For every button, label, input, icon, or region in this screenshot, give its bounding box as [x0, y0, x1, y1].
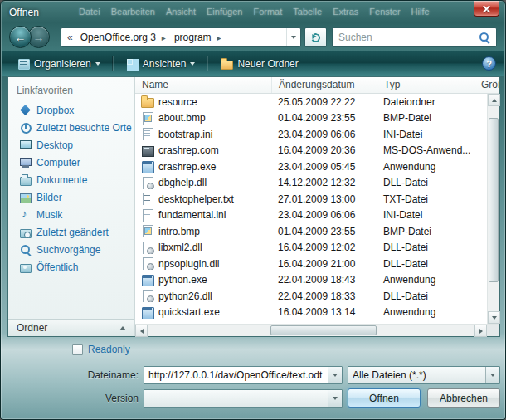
- docs-icon: [19, 173, 32, 186]
- filename-label: Dateiname:: [51, 369, 139, 381]
- version-combobox[interactable]: [144, 389, 343, 408]
- file-date: 16.04.2009 20:36: [271, 144, 377, 156]
- folders-expander[interactable]: Ordner: [8, 319, 134, 336]
- sidebar-item-music[interactable]: Musik: [8, 206, 134, 223]
- horizontal-scrollbar[interactable]: [135, 324, 499, 336]
- search-box[interactable]: [332, 27, 497, 47]
- file-type: DLL-Datei: [377, 177, 474, 188]
- file-row[interactable]: libxml2.dll16.04.2009 12:02DLL-Datei: [135, 240, 487, 256]
- column-header-date[interactable]: Änderungsdatum: [271, 77, 377, 93]
- filename-dropdown-button[interactable]: [328, 367, 342, 383]
- new-folder-icon: [221, 57, 233, 70]
- dll-file-icon: [141, 242, 154, 254]
- filetype-dropdown-button[interactable]: [485, 367, 499, 383]
- computer-icon: [19, 156, 32, 168]
- readonly-checkbox-row[interactable]: Readonly: [72, 344, 130, 355]
- file-row[interactable]: crashrep.com16.04.2009 20:36MS-DOS-Anwen…: [135, 143, 487, 159]
- sidebar-item-dropbox[interactable]: Dropbox: [8, 101, 134, 119]
- column-header-type[interactable]: Typ: [377, 77, 474, 93]
- background-menubar: DateiBearbeitenAnsichtEinfügenFormatTabe…: [79, 7, 430, 17]
- sidebar-item-label: Dropbox: [36, 105, 74, 116]
- file-row[interactable]: resource25.05.2009 22:22Dateiordner: [135, 94, 487, 110]
- arrow-down-icon: [492, 316, 497, 320]
- address-bar[interactable]: « OpenOffice.org 3▸program▸: [61, 27, 301, 47]
- open-button[interactable]: Öffnen: [348, 388, 421, 408]
- scroll-right-button[interactable]: [474, 325, 487, 337]
- titlebar[interactable]: Öffnen DateiBearbeitenAnsichtEinfügenFor…: [1, 1, 505, 24]
- folders-label: Ordner: [17, 322, 47, 334]
- column-header-size[interactable]: Größe: [474, 77, 499, 93]
- command-toolbar: Organisieren Ansichten Neuer Ordner ?: [2, 51, 504, 76]
- sidebar-item-pictures[interactable]: Bilder: [8, 188, 134, 206]
- file-row[interactable]: about.bmp01.04.2009 23:55BMP-Datei: [135, 110, 487, 127]
- version-dropdown-button[interactable]: [328, 390, 342, 407]
- new-folder-button[interactable]: Neuer Ordner: [213, 54, 305, 73]
- file-date: 23.04.2009 05:45: [271, 161, 377, 173]
- background-menu-item: Tabelle: [293, 7, 322, 17]
- file-row[interactable]: fundamental.ini23.04.2009 06:06INI-Datei: [135, 208, 487, 224]
- address-dropdown-button[interactable]: [286, 28, 300, 46]
- sidebar-item-label: Suchvorgänge: [36, 244, 100, 256]
- file-type: Dateiordner: [377, 96, 474, 108]
- breadcrumb-collapse-button[interactable]: «: [61, 28, 76, 46]
- cancel-button[interactable]: Abbrechen: [427, 388, 500, 408]
- scroll-down-button[interactable]: [488, 311, 500, 324]
- file-row[interactable]: desktophelper.txt27.01.2009 13:00TXT-Dat…: [135, 191, 487, 208]
- file-date: 16.04.2009 21:00: [271, 258, 377, 270]
- sidebar-item-documents[interactable]: Dokumente: [8, 171, 134, 188]
- file-name: npsoplugin.dll: [158, 258, 219, 270]
- organize-label: Organisieren: [34, 58, 91, 70]
- back-button[interactable]: ←: [9, 26, 32, 48]
- file-row[interactable]: python26.dll22.04.2009 18:33DLL-Datei: [135, 288, 487, 305]
- bmp-file-icon: [141, 225, 154, 237]
- file-row[interactable]: quickstart.exe16.04.2009 13:14Anwendung: [135, 305, 487, 321]
- file-row[interactable]: dbghelp.dll14.12.2002 12:32DLL-Datei: [135, 175, 487, 192]
- filetype-value: Alle Dateien (*.*): [348, 367, 485, 383]
- search-icon[interactable]: [479, 32, 490, 43]
- help-button[interactable]: ?: [482, 56, 496, 71]
- column-header-name[interactable]: Name: [135, 77, 271, 93]
- file-row[interactable]: crashrep.exe23.04.2009 05:45Anwendung: [135, 159, 487, 175]
- close-button[interactable]: [474, 1, 499, 17]
- breadcrumb-chevron-icon[interactable]: ▸: [217, 33, 221, 42]
- file-row[interactable]: bootstrap.ini23.04.2009 06:06INI-Datei: [135, 126, 487, 143]
- breadcrumb-segment-label: program: [174, 32, 212, 43]
- file-row[interactable]: npsoplugin.dll16.04.2009 21:00DLL-Datei: [135, 256, 487, 272]
- sidebar-item-desktop[interactable]: Desktop: [8, 136, 134, 154]
- com-file-icon: [141, 144, 154, 157]
- file-date: 23.04.2009 06:06: [271, 209, 377, 221]
- breadcrumb-segment[interactable]: OpenOffice.org 3▸: [76, 28, 170, 46]
- vertical-scrollbar-thumb[interactable]: [489, 118, 499, 282]
- sidebar-item-computer[interactable]: Computer: [8, 154, 134, 171]
- filename-input[interactable]: [144, 367, 328, 383]
- readonly-checkbox[interactable]: [72, 344, 83, 355]
- views-button[interactable]: Ansichten: [119, 54, 203, 73]
- file-row[interactable]: python.exe22.04.2009 18:43Anwendung: [135, 272, 487, 289]
- scroll-up-button[interactable]: [488, 94, 500, 106]
- filename-combobox[interactable]: [144, 366, 343, 384]
- organize-button[interactable]: Organisieren: [10, 54, 108, 73]
- sidebar-item-label: Desktop: [36, 139, 73, 151]
- file-date: 14.12.2002 12:32: [271, 177, 377, 188]
- breadcrumb-chevron-icon[interactable]: ▸: [162, 33, 166, 42]
- folder-file-icon: [141, 95, 154, 108]
- horizontal-scrollbar-thumb[interactable]: [270, 325, 377, 335]
- background-menu-item: Einfügen: [207, 7, 242, 17]
- sidebar-item-recent-places[interactable]: Zuletzt besuchte Orte: [8, 119, 134, 136]
- file-row[interactable]: intro.bmp01.04.2009 23:55BMP-Datei: [135, 223, 487, 240]
- chevron-down-icon: [490, 374, 495, 377]
- sidebar-item-label: Zuletzt geändert: [36, 227, 109, 238]
- sidebar-item-public[interactable]: Öffentlich: [8, 258, 134, 276]
- vertical-scrollbar[interactable]: [487, 94, 499, 324]
- search-input[interactable]: [338, 32, 479, 43]
- breadcrumb-segment[interactable]: program▸: [170, 28, 226, 46]
- scroll-left-button[interactable]: [135, 325, 148, 337]
- file-type: Anwendung: [377, 161, 474, 173]
- vertical-scroll-track[interactable]: [488, 106, 499, 311]
- filetype-combobox[interactable]: Alle Dateien (*.*): [348, 366, 500, 384]
- file-type: INI-Datei: [377, 209, 474, 221]
- sidebar-item-searches[interactable]: Suchvorgänge: [8, 241, 134, 258]
- refresh-button[interactable]: [304, 27, 327, 47]
- horizontal-scroll-track[interactable]: [148, 325, 474, 336]
- sidebar-item-recent-changed[interactable]: Zuletzt geändert: [8, 223, 134, 241]
